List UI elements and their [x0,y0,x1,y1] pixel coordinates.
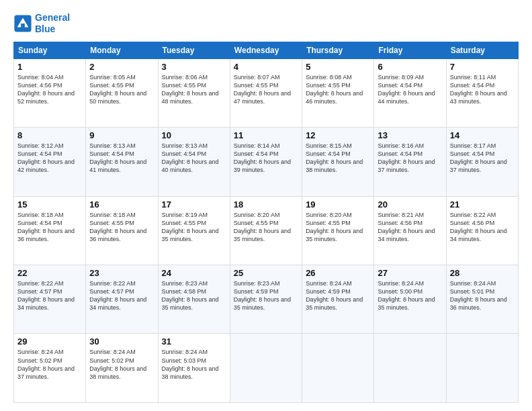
day-number: 13 [378,130,442,140]
weekday-header-monday: Monday [86,42,158,58]
day-detail: Sunrise: 8:24 AMSunset: 5:03 PMDaylight:… [162,348,226,381]
logo-text: General Blue [35,12,70,35]
calendar-cell: 8Sunrise: 8:12 AMSunset: 4:54 PMDaylight… [14,128,86,196]
day-detail: Sunrise: 8:13 AMSunset: 4:54 PMDaylight:… [162,142,226,175]
calendar-cell: 29Sunrise: 8:24 AMSunset: 5:02 PMDayligh… [14,334,86,403]
calendar-cell: 16Sunrise: 8:18 AMSunset: 4:55 PMDayligh… [86,196,158,265]
logo: General Blue [13,12,70,35]
weekday-header-tuesday: Tuesday [158,42,230,58]
page-header: General Blue [13,12,519,35]
day-detail: Sunrise: 8:13 AMSunset: 4:54 PMDaylight:… [89,142,154,175]
day-number: 16 [89,199,154,210]
day-detail: Sunrise: 8:11 AMSunset: 4:54 PMDaylight:… [450,73,515,106]
day-number: 30 [89,336,154,347]
day-number: 23 [89,268,154,278]
day-detail: Sunrise: 8:18 AMSunset: 4:54 PMDaylight:… [17,211,82,244]
calendar-cell [446,334,518,403]
day-number: 26 [306,268,370,278]
calendar-cell: 27Sunrise: 8:24 AMSunset: 5:00 PMDayligh… [374,265,446,334]
calendar-cell: 14Sunrise: 8:17 AMSunset: 4:54 PMDayligh… [446,128,518,196]
day-number: 14 [450,130,515,140]
calendar-cell: 1Sunrise: 8:04 AMSunset: 4:56 PMDaylight… [14,58,86,127]
calendar-cell: 25Sunrise: 8:23 AMSunset: 4:59 PMDayligh… [230,265,302,334]
calendar-cell: 13Sunrise: 8:16 AMSunset: 4:54 PMDayligh… [374,128,446,196]
day-detail: Sunrise: 8:06 AMSunset: 4:55 PMDaylight:… [162,73,226,106]
calendar-cell [302,334,374,403]
day-number: 19 [306,199,370,210]
day-number: 9 [89,130,154,140]
day-detail: Sunrise: 8:18 AMSunset: 4:55 PMDaylight:… [89,211,154,244]
calendar-cell: 4Sunrise: 8:07 AMSunset: 4:55 PMDaylight… [230,58,302,127]
day-number: 10 [162,130,226,140]
day-detail: Sunrise: 8:22 AMSunset: 4:57 PMDaylight:… [89,279,154,312]
day-detail: Sunrise: 8:23 AMSunset: 4:59 PMDaylight:… [234,279,298,312]
weekday-header-friday: Friday [374,42,446,58]
day-detail: Sunrise: 8:16 AMSunset: 4:54 PMDaylight:… [378,142,442,175]
calendar-cell: 3Sunrise: 8:06 AMSunset: 4:55 PMDaylight… [158,58,230,127]
calendar-week-row: 8Sunrise: 8:12 AMSunset: 4:54 PMDaylight… [14,128,519,196]
day-detail: Sunrise: 8:15 AMSunset: 4:54 PMDaylight:… [306,142,370,175]
day-detail: Sunrise: 8:09 AMSunset: 4:54 PMDaylight:… [378,73,442,106]
calendar-cell: 17Sunrise: 8:19 AMSunset: 4:55 PMDayligh… [158,196,230,265]
calendar-cell: 23Sunrise: 8:22 AMSunset: 4:57 PMDayligh… [86,265,158,334]
day-number: 6 [378,62,442,72]
weekday-header-saturday: Saturday [446,42,518,58]
day-detail: Sunrise: 8:24 AMSunset: 4:59 PMDaylight:… [306,279,370,312]
day-detail: Sunrise: 8:23 AMSunset: 4:58 PMDaylight:… [162,279,226,312]
day-detail: Sunrise: 8:22 AMSunset: 4:57 PMDaylight:… [17,279,82,312]
calendar-cell: 9Sunrise: 8:13 AMSunset: 4:54 PMDaylight… [86,128,158,196]
calendar-week-row: 1Sunrise: 8:04 AMSunset: 4:56 PMDaylight… [14,58,519,127]
calendar-cell: 12Sunrise: 8:15 AMSunset: 4:54 PMDayligh… [302,128,374,196]
calendar-cell: 10Sunrise: 8:13 AMSunset: 4:54 PMDayligh… [158,128,230,196]
day-detail: Sunrise: 8:12 AMSunset: 4:54 PMDaylight:… [17,142,82,175]
day-number: 25 [234,268,298,278]
day-number: 17 [162,199,226,210]
day-number: 3 [162,62,226,72]
calendar-week-row: 22Sunrise: 8:22 AMSunset: 4:57 PMDayligh… [14,265,519,334]
calendar-week-row: 29Sunrise: 8:24 AMSunset: 5:02 PMDayligh… [14,334,519,403]
day-detail: Sunrise: 8:04 AMSunset: 4:56 PMDaylight:… [17,73,82,106]
day-detail: Sunrise: 8:19 AMSunset: 4:55 PMDaylight:… [162,211,226,244]
day-number: 20 [378,199,442,210]
day-detail: Sunrise: 8:24 AMSunset: 5:00 PMDaylight:… [378,279,442,312]
day-number: 8 [17,130,82,140]
calendar-cell: 22Sunrise: 8:22 AMSunset: 4:57 PMDayligh… [14,265,86,334]
weekday-header-thursday: Thursday [302,42,374,58]
calendar-cell: 28Sunrise: 8:24 AMSunset: 5:01 PMDayligh… [446,265,518,334]
calendar-cell: 5Sunrise: 8:08 AMSunset: 4:55 PMDaylight… [302,58,374,127]
day-number: 7 [450,62,515,72]
day-detail: Sunrise: 8:20 AMSunset: 4:55 PMDaylight:… [234,211,298,244]
day-detail: Sunrise: 8:20 AMSunset: 4:55 PMDaylight:… [306,211,370,244]
calendar-cell [374,334,446,403]
day-detail: Sunrise: 8:24 AMSunset: 5:01 PMDaylight:… [450,279,515,312]
day-detail: Sunrise: 8:24 AMSunset: 5:02 PMDaylight:… [89,348,154,381]
day-detail: Sunrise: 8:24 AMSunset: 5:02 PMDaylight:… [17,348,82,381]
day-detail: Sunrise: 8:07 AMSunset: 4:55 PMDaylight:… [234,73,298,106]
calendar-table: SundayMondayTuesdayWednesdayThursdayFrid… [13,42,519,403]
calendar-cell: 7Sunrise: 8:11 AMSunset: 4:54 PMDaylight… [446,58,518,127]
day-number: 21 [450,199,515,210]
calendar-cell: 30Sunrise: 8:24 AMSunset: 5:02 PMDayligh… [86,334,158,403]
calendar-cell: 15Sunrise: 8:18 AMSunset: 4:54 PMDayligh… [14,196,86,265]
calendar-cell: 24Sunrise: 8:23 AMSunset: 4:58 PMDayligh… [158,265,230,334]
day-number: 5 [306,62,370,72]
day-detail: Sunrise: 8:05 AMSunset: 4:55 PMDaylight:… [89,73,154,106]
day-detail: Sunrise: 8:21 AMSunset: 4:56 PMDaylight:… [378,211,442,244]
day-number: 24 [162,268,226,278]
calendar-cell: 2Sunrise: 8:05 AMSunset: 4:55 PMDaylight… [86,58,158,127]
day-number: 31 [162,336,226,347]
day-number: 4 [234,62,298,72]
calendar-week-row: 15Sunrise: 8:18 AMSunset: 4:54 PMDayligh… [14,196,519,265]
day-number: 18 [234,199,298,210]
day-number: 29 [17,336,82,347]
weekday-header-sunday: Sunday [14,42,86,58]
calendar-cell: 31Sunrise: 8:24 AMSunset: 5:03 PMDayligh… [158,334,230,403]
day-number: 12 [306,130,370,140]
day-number: 1 [17,62,82,72]
calendar-cell: 20Sunrise: 8:21 AMSunset: 4:56 PMDayligh… [374,196,446,265]
day-number: 2 [89,62,154,72]
day-number: 28 [450,268,515,278]
calendar-cell: 26Sunrise: 8:24 AMSunset: 4:59 PMDayligh… [302,265,374,334]
weekday-header-wednesday: Wednesday [230,42,302,58]
calendar-cell: 11Sunrise: 8:14 AMSunset: 4:54 PMDayligh… [230,128,302,196]
